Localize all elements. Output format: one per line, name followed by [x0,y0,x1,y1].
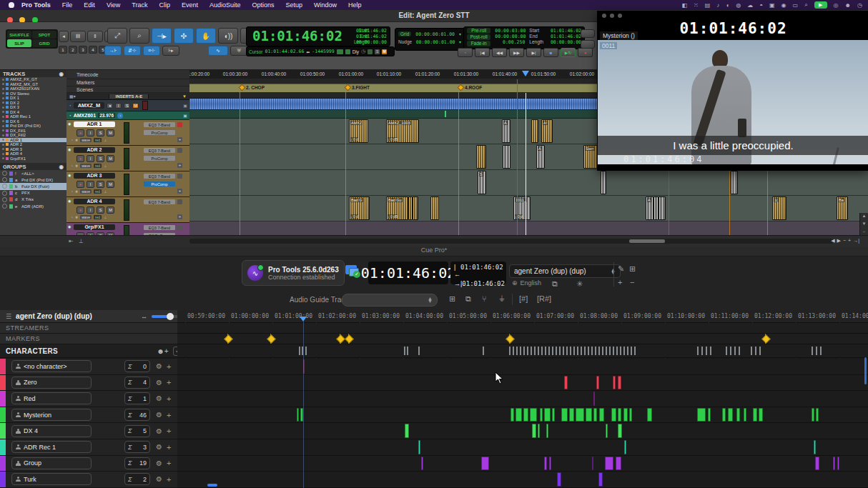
user-menu-icon[interactable]: ☻ [845,2,851,9]
zoom-preset-button[interactable]: 2 [69,46,77,54]
character-count-pill[interactable]: Σ2 [124,473,150,485]
audio-clip[interactable]: A [502,119,511,143]
track-name-amxz-m[interactable]: AMXZ_M [74,102,105,109]
group-enable-dot[interactable] [2,184,7,189]
track-name[interactable]: ADR 2 [74,147,115,153]
track-zoom-icon[interactable]: ⇕ [87,31,103,42]
zoom-preset-button[interactable]: 1 [59,46,67,54]
character-count-pill[interactable]: Σ3 [124,441,150,453]
character-lane[interactable] [177,439,868,456]
scroll-up-icon[interactable]: ▲ [862,214,867,221]
audio-clip[interactable]: Bad G↓ 0 d [349,196,370,220]
grid-label[interactable]: Grid [398,31,411,36]
character-settings-icon[interactable]: ⚙ [156,459,162,467]
cue-clip[interactable] [511,408,514,422]
cue-clip[interactable] [753,408,757,422]
video-online-icon[interactable]: ◔ [117,113,123,119]
playlist-color-chip[interactable]: red [94,215,102,219]
sync-session-icon[interactable]: ✓ [345,265,361,278]
character-lane[interactable] [177,423,868,439]
menu-item[interactable]: Clip [159,1,170,9]
scenes-ruler-header[interactable]: Scenes [66,86,189,93]
cue-playhead-marker[interactable] [300,317,307,322]
fit-tracks-icon[interactable]: ⊥ [79,238,84,244]
scroll-right-icon[interactable]: ▶ [837,238,841,244]
character-name-pill[interactable]: ADR Rec 1 [11,441,92,453]
character-settings-icon[interactable]: ⚙ [156,427,162,435]
cue-marker-diamond[interactable] [336,334,345,344]
character-row[interactable]: <no character>Σ0⚙+ [0,359,177,375]
delay-clock-icon[interactable]: ◷ [361,49,365,54]
automation-follows-icon[interactable]: ∿ [208,46,228,56]
mute-button[interactable]: M [107,129,114,136]
elastic-audio-icon[interactable]: ⊥ [104,189,107,194]
post-roll-label[interactable]: Post-roll [467,34,490,40]
group-list-item[interactable]: bFutz DX (Futz) [0,183,66,189]
character-name-pill[interactable]: DX 4 [11,425,92,437]
track-list-item[interactable]: Grp/FX1 [0,156,66,161]
cue-clip[interactable] [722,408,726,422]
mute-button[interactable]: M [132,103,139,109]
markers-ruler-header[interactable]: Markers [66,79,189,86]
character-row[interactable]: MysterionΣ46⚙+ [0,407,177,424]
play-status-icon[interactable]: ◉ [781,2,786,9]
automation-icon[interactable]: ◔ [71,164,73,168]
timeline-insertion-marker-icon[interactable] [522,71,529,76]
audio-clip[interactable]: 1011_↓ 0 d [513,196,531,220]
add-cue-for-character-icon[interactable]: + [167,411,171,419]
fade-in-label[interactable]: Fade-in [467,41,490,46]
group-enable-dot[interactable] [2,191,7,196]
scroll-down-icon[interactable]: ▼ [862,221,867,229]
cue-clip[interactable] [697,408,706,422]
io-column-icon[interactable]: ▼ [182,94,187,99]
toolbar-menu-button[interactable] [581,40,595,49]
edit-cue-icon[interactable]: ✎ [618,264,624,274]
cue-clip[interactable] [598,472,603,487]
add-region-icon[interactable]: ⊞ [449,294,455,304]
scroll-left-icon[interactable]: ◀ [831,238,834,244]
group-enable-dot[interactable] [2,204,7,209]
track-selector-dropdown[interactable]: agent Zero (dup) (dup) ▲▼ [509,264,621,278]
cue-clip[interactable] [812,408,814,422]
link-timeline-edit-icon[interactable]: ⇵⊹ [124,46,141,56]
input-monitor-button[interactable]: I [87,206,94,214]
solo-button[interactable]: S [97,129,104,136]
cue-clip[interactable] [569,408,574,422]
character-count-pill[interactable]: Σ19 [124,457,150,469]
sel-length-value[interactable]: 00:00:00:00 [348,39,387,45]
renumber-cues-button[interactable]: [R#] [537,294,551,303]
share-status-icon[interactable]: ◓ [759,2,763,9]
streamers-lane[interactable] [177,323,868,334]
character-settings-icon[interactable]: ⚙ [156,379,162,387]
cue-clip[interactable] [629,408,632,422]
timecode-ruler-header[interactable]: Timecode [66,70,189,79]
grabber-tool-icon[interactable]: ✋ [196,28,216,44]
group-enable-dot[interactable] [2,177,7,182]
insert-slot[interactable]: EQ3 7-Band [144,148,175,153]
list-icon[interactable]: ☰ [6,313,11,320]
audio-lane[interactable] [189,170,868,196]
cue-clip[interactable] [744,408,746,422]
language-label[interactable]: English [521,279,542,287]
cue-clip[interactable] [538,424,540,438]
cue-clip[interactable] [544,408,551,422]
add-cue-button[interactable]: + [618,278,622,287]
rec-arm-button[interactable]: ● [77,129,84,136]
cue-clip[interactable] [586,408,592,422]
track-name[interactable]: ADR 1 [74,121,115,127]
input-monitor-button[interactable]: I [87,181,94,188]
insert-add-button[interactable]: + [177,163,182,168]
selector-tool-icon[interactable]: ✣ [174,28,194,44]
groups-menu-icon[interactable]: ◉ [59,164,64,170]
playlist-color-chip[interactable]: red [94,138,102,142]
output-meter-button[interactable] [581,29,595,38]
inserts-slot-icon[interactable]: ▣ [183,113,187,118]
cue-clip[interactable] [611,408,616,422]
cue-clip[interactable] [516,408,522,422]
edit-insertion-icon[interactable] [345,49,350,54]
shrink-icon[interactable]: − [843,238,846,244]
nudge-value[interactable]: 00:00:00:01.00 [416,39,455,45]
audio-status-icon[interactable]: ♪ [716,2,719,9]
cue-clip[interactable] [592,457,593,471]
audio-clip[interactable] [654,196,659,220]
